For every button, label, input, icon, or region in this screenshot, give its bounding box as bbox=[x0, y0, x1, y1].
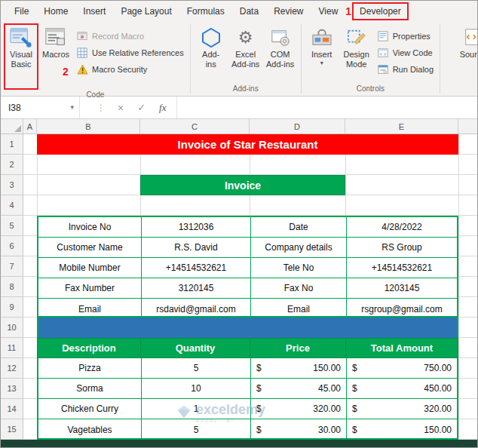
design-mode-button[interactable]: Design Mode bbox=[339, 23, 374, 69]
info-cell[interactable]: Tele No bbox=[251, 258, 347, 278]
enter-icon[interactable]: ✓ bbox=[137, 102, 146, 113]
tab-file[interactable]: File bbox=[7, 2, 36, 20]
tab-page-layout[interactable]: Page Layout bbox=[113, 2, 179, 20]
run-dialog-button[interactable]: Run Dialog bbox=[374, 61, 437, 78]
info-cell[interactable]: 1203145 bbox=[347, 278, 457, 299]
info-cell[interactable]: +14514532621 bbox=[347, 258, 457, 278]
source-button[interactable]: Source bbox=[455, 23, 478, 60]
invoice-banner-cell[interactable]: Invoice bbox=[140, 175, 345, 195]
description-cell[interactable]: Pizza bbox=[38, 358, 142, 379]
description-cell[interactable]: Vagetables bbox=[38, 419, 142, 440]
com-addins-button[interactable]: COM Add-ins bbox=[263, 23, 298, 69]
properties-button[interactable]: Properties bbox=[374, 28, 437, 44]
info-cell[interactable]: Fax No bbox=[251, 278, 347, 299]
tab-formulas[interactable]: Formulas bbox=[179, 2, 232, 20]
separator-band-cell[interactable] bbox=[37, 318, 458, 338]
row-header[interactable]: 12 bbox=[1, 358, 23, 379]
addins-button[interactable]: Add-ins bbox=[194, 23, 228, 69]
view-code-button[interactable]: View Code bbox=[374, 44, 437, 61]
quantity-cell[interactable]: 10 bbox=[142, 379, 251, 399]
tab-developer[interactable]: Developer bbox=[352, 2, 409, 20]
row-header[interactable]: 7 bbox=[1, 256, 23, 277]
info-cell[interactable]: +14514532621 bbox=[142, 258, 251, 278]
cancel-icon[interactable]: × bbox=[118, 102, 124, 114]
info-cell[interactable]: RS Group bbox=[347, 238, 457, 258]
quantity-cell[interactable]: 1 bbox=[142, 399, 251, 419]
info-cell[interactable]: rsgroup@gmail.com bbox=[347, 299, 457, 319]
tab-insert[interactable]: Insert bbox=[75, 2, 113, 20]
row-header[interactable]: 8 bbox=[1, 277, 23, 297]
excel-addins-button[interactable]: ⚙ Excel Add-ins bbox=[228, 23, 263, 69]
items-header-cell[interactable]: Quantity bbox=[141, 339, 250, 357]
description-cell[interactable]: Chicken Curry bbox=[38, 399, 142, 419]
info-cell[interactable]: Fax Number bbox=[38, 278, 142, 299]
total-cell[interactable]: $450.00 bbox=[347, 379, 457, 399]
visual-basic-icon bbox=[10, 26, 32, 50]
column-header-e[interactable]: E bbox=[345, 119, 458, 133]
quantity-cell[interactable]: 5 bbox=[142, 358, 251, 379]
info-cell[interactable]: Invoice No bbox=[38, 217, 142, 238]
title-banner-cell[interactable]: Invoice of Star Restaurant bbox=[37, 134, 458, 155]
info-cell[interactable]: Mobile Number bbox=[38, 258, 142, 278]
group-label-addins: Add-ins bbox=[194, 84, 298, 96]
info-cell[interactable]: Company details bbox=[251, 238, 347, 258]
row-header[interactable]: 14 bbox=[1, 399, 23, 419]
items-header-cell[interactable]: Description bbox=[38, 339, 141, 357]
column-header-c[interactable]: C bbox=[140, 119, 250, 133]
price-cell[interactable]: $150.00 bbox=[251, 358, 347, 379]
row-header[interactable]: 3 bbox=[1, 175, 23, 195]
row-header[interactable]: 10 bbox=[1, 318, 23, 338]
insert-function-icon[interactable]: fx bbox=[159, 102, 166, 114]
info-cell[interactable]: Email bbox=[38, 299, 142, 319]
description-cell[interactable]: Sorma bbox=[38, 379, 142, 399]
select-all-corner[interactable] bbox=[1, 119, 23, 133]
total-cell[interactable]: $150.00 bbox=[347, 419, 457, 440]
info-cell[interactable]: Customer Name bbox=[38, 238, 142, 258]
column-header-b[interactable]: B bbox=[37, 119, 140, 133]
row-header[interactable]: 2 bbox=[1, 155, 23, 175]
tab-data[interactable]: Data bbox=[232, 2, 266, 20]
name-box-dropdown-icon[interactable]: ▾ bbox=[70, 103, 74, 111]
column-header-a[interactable]: A bbox=[23, 119, 37, 133]
info-cell[interactable]: Date bbox=[251, 217, 347, 238]
row-header[interactable]: 5 bbox=[1, 216, 23, 236]
tab-home[interactable]: Home bbox=[36, 2, 75, 20]
column-header-partial[interactable] bbox=[458, 119, 477, 133]
column-header-d[interactable]: D bbox=[250, 119, 345, 133]
currency-symbol: $ bbox=[352, 383, 357, 394]
items-header-cell[interactable]: Price bbox=[250, 339, 346, 357]
formula-input[interactable] bbox=[176, 97, 477, 118]
total-cell[interactable]: $320.00 bbox=[347, 399, 457, 419]
row-header[interactable]: 6 bbox=[1, 236, 23, 256]
use-relative-references-button[interactable]: Use Relative References bbox=[73, 44, 187, 61]
chevron-down-icon: ▾ bbox=[320, 60, 323, 66]
record-macro-button[interactable]: Record Macro bbox=[73, 28, 187, 44]
row-header[interactable]: 1 bbox=[1, 134, 23, 155]
price-cell[interactable]: $30.00 bbox=[251, 419, 347, 440]
macros-button[interactable]: Macros bbox=[38, 23, 73, 60]
row-header[interactable]: 15 bbox=[1, 419, 23, 440]
info-cell[interactable]: 3120145 bbox=[142, 278, 251, 299]
info-cell[interactable]: R.S. David bbox=[142, 238, 251, 258]
formula-bar-handle[interactable]: ⋮ bbox=[97, 103, 106, 113]
tab-view[interactable]: View bbox=[311, 2, 346, 20]
items-header-cell[interactable]: Total Amount bbox=[346, 339, 458, 357]
price-cell[interactable]: $45.00 bbox=[251, 379, 347, 399]
price-cell[interactable]: $320.00 bbox=[251, 399, 347, 419]
info-cell[interactable]: Email bbox=[251, 299, 347, 319]
tab-review[interactable]: Review bbox=[266, 2, 311, 20]
row-header[interactable]: 11 bbox=[1, 338, 23, 358]
row-header[interactable]: 4 bbox=[1, 195, 23, 216]
visual-basic-button[interactable]: Visual Basic bbox=[4, 23, 38, 90]
insert-controls-button[interactable]: Insert ▾ bbox=[305, 23, 339, 66]
info-cell[interactable]: 1312036 bbox=[142, 217, 251, 238]
name-box[interactable]: I38 ▾ bbox=[1, 97, 80, 118]
info-cell[interactable]: rsdavid@gmail.com bbox=[142, 299, 251, 319]
row-header[interactable]: 9 bbox=[1, 297, 23, 318]
macro-security-button[interactable]: Macro Security bbox=[73, 61, 187, 78]
row-header[interactable]: 13 bbox=[1, 379, 23, 399]
row-header-column: 1 2 3 4 5 6 7 8 9 10 11 12 13 14 15 bbox=[1, 134, 23, 440]
info-cell[interactable]: 4/28/2022 bbox=[347, 217, 457, 238]
total-cell[interactable]: $750.00 bbox=[347, 358, 457, 379]
quantity-cell[interactable]: 5 bbox=[142, 419, 251, 440]
